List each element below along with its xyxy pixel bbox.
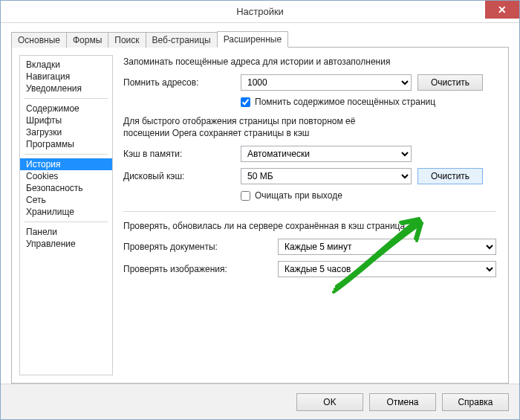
history-intro: Запоминать посещённые адреса для истории… <box>123 56 496 67</box>
remember-addresses-select[interactable]: 1000 <box>241 74 412 91</box>
sidebar-divider <box>25 98 108 99</box>
sidebar-divider <box>25 154 108 155</box>
clear-history-button[interactable]: Очистить <box>417 74 483 91</box>
clear-on-exit-label: Очищать при выходе <box>255 190 342 201</box>
row-remember-addresses: Помнить адресов: 1000 Очистить <box>123 74 496 91</box>
close-button[interactable]: ✕ <box>485 1 519 19</box>
disk-cache-label: Дисковый кэш: <box>123 171 235 181</box>
check-docs-label: Проверять документы: <box>123 242 272 252</box>
close-icon: ✕ <box>498 4 507 16</box>
remember-content-checkbox[interactable] <box>241 97 250 107</box>
ok-button[interactable]: OK <box>296 393 363 411</box>
cache-intro-a: Для быстрого отображения страницы при по… <box>123 116 496 126</box>
sidebar-item-fonts[interactable]: Шрифты <box>20 114 112 126</box>
section-divider <box>123 211 496 212</box>
clear-cache-button[interactable]: Очистить <box>417 168 483 184</box>
clear-on-exit-checkbox[interactable] <box>241 191 250 201</box>
tab-advanced[interactable]: Расширенные <box>217 31 289 48</box>
sidebar-item-tabs[interactable]: Вкладки <box>20 59 112 71</box>
mem-cache-select[interactable]: Автоматически <box>241 146 412 162</box>
mem-cache-label: Кэш в памяти: <box>123 149 235 159</box>
disk-cache-select[interactable]: 50 МБ <box>241 168 412 184</box>
sidebar-divider <box>25 222 108 222</box>
sidebar-item-history[interactable]: История <box>20 158 112 170</box>
sidebar-item-downloads[interactable]: Загрузки <box>20 126 112 138</box>
sidebar-item-management[interactable]: Управление <box>20 238 112 250</box>
window-title: Настройки <box>236 6 284 17</box>
row-remember-content: Помнить содержимое посещённых страниц <box>241 97 496 107</box>
sidebar-item-notifications[interactable]: Уведомления <box>20 83 112 94</box>
history-panel: Запоминать посещённые адреса для истории… <box>120 55 501 375</box>
check-docs-select[interactable]: Каждые 5 минут <box>278 239 496 255</box>
tab-search[interactable]: Поиск <box>108 32 146 48</box>
sidebar-item-cookies[interactable]: Cookies <box>20 170 112 182</box>
window-body: Основные Формы Поиск Веб-страницы Расшир… <box>1 23 519 384</box>
row-disk-cache: Дисковый кэш: 50 МБ Очистить <box>123 168 496 184</box>
cache-intro-b: посещении Opera сохраняет страницы в кэш <box>123 128 496 138</box>
tab-forms[interactable]: Формы <box>66 32 108 48</box>
row-check-docs: Проверять документы: Каждые 5 минут <box>123 239 496 255</box>
tab-webpages[interactable]: Веб-страницы <box>146 32 218 48</box>
help-button[interactable]: Справка <box>442 393 509 411</box>
check-intro: Проверять, обновилась ли на сервере сохр… <box>123 221 496 231</box>
row-check-images: Проверять изображения: Каждые 5 часов <box>123 261 496 277</box>
settings-window: Настройки ✕ Основные Формы Поиск Веб-стр… <box>0 0 520 420</box>
sidebar-item-network[interactable]: Сеть <box>20 194 112 206</box>
row-mem-cache: Кэш в памяти: Автоматически <box>123 146 496 162</box>
sidebar-item-content[interactable]: Содержимое <box>20 103 112 114</box>
titlebar: Настройки ✕ <box>1 1 519 23</box>
tab-basic[interactable]: Основные <box>11 32 67 48</box>
dialog-footer: OK Отмена Справка <box>1 384 519 419</box>
page-advanced: Вкладки Навигация Уведомления Содержимое… <box>11 47 509 384</box>
sidebar-item-storage[interactable]: Хранилище <box>20 206 112 218</box>
remember-content-label: Помнить содержимое посещённых страниц <box>255 97 435 107</box>
sidebar-item-panels[interactable]: Панели <box>20 226 112 238</box>
check-images-label: Проверять изображения: <box>123 264 272 274</box>
row-clear-on-exit: Очищать при выходе <box>241 190 496 201</box>
sidebar-item-navigation[interactable]: Навигация <box>20 71 112 83</box>
advanced-sidebar: Вкладки Навигация Уведомления Содержимое… <box>19 55 113 375</box>
remember-addresses-label: Помнить адресов: <box>123 77 235 88</box>
sidebar-item-security[interactable]: Безопасность <box>20 182 112 194</box>
tabs-row: Основные Формы Поиск Веб-страницы Расшир… <box>11 30 509 47</box>
sidebar-item-programs[interactable]: Программы <box>20 138 112 150</box>
check-images-select[interactable]: Каждые 5 часов <box>278 261 496 277</box>
cancel-button[interactable]: Отмена <box>369 393 436 411</box>
